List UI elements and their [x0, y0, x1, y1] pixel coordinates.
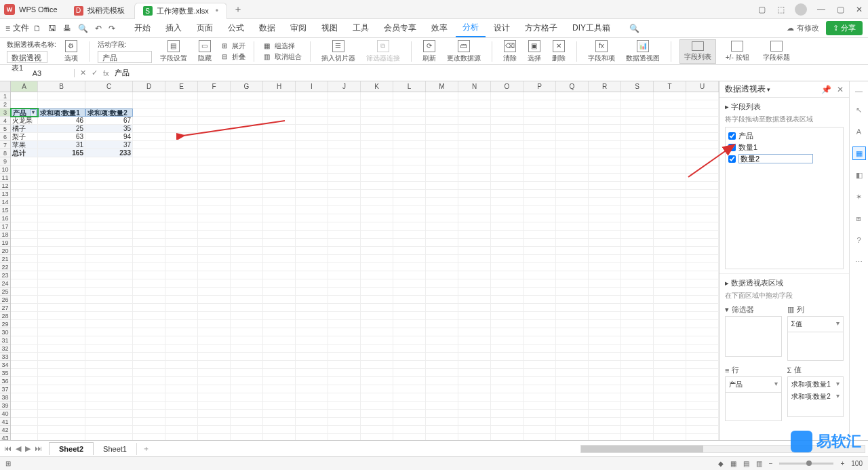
insert-slicer-button[interactable]: ☰ 插入切片器 — [319, 39, 358, 64]
values-drop-area[interactable]: 求和项:数量1▾ 求和项:数量2▾ — [787, 376, 844, 417]
menu-review[interactable]: 审阅 — [283, 20, 313, 37]
select-tool-icon[interactable]: ↖ — [852, 103, 866, 117]
filter-drop-area[interactable] — [725, 316, 782, 357]
menu-member[interactable]: 会员专享 — [377, 20, 423, 37]
chevron-down-icon[interactable]: ▾ — [836, 392, 840, 402]
group-select-button[interactable]: ▦组选择 — [262, 41, 302, 51]
pivot-tool-icon[interactable]: ▦ — [852, 146, 866, 160]
menu-analyze[interactable]: 分析 — [456, 19, 486, 37]
chevron-down-icon[interactable]: ▾ — [836, 319, 840, 329]
area-item[interactable]: 求和项:数量1▾ — [789, 378, 842, 391]
close-icon[interactable]: • — [216, 6, 218, 16]
print-icon[interactable]: 🖶 — [63, 24, 71, 33]
props-tool-icon[interactable]: ◧ — [852, 168, 866, 182]
cells-area[interactable]: 产品求和项:数量1求和项:数量2火龙果4667橘子2535梨子6394苹果313… — [11, 92, 719, 440]
share-button[interactable]: ⇪ 分享 — [826, 21, 863, 35]
stats-icon[interactable]: ◆ — [718, 460, 724, 467]
undo-icon[interactable]: ↶ — [95, 24, 102, 33]
delete-button[interactable]: ✕ 删除 — [549, 39, 568, 64]
check-icon[interactable]: ✓ — [92, 68, 98, 77]
changes-chip[interactable]: ☁有修改 — [787, 23, 819, 33]
zoom-in-icon[interactable]: + — [840, 460, 844, 467]
field-settings-button[interactable]: ▤ 字段设置 — [157, 39, 190, 64]
menu-insert[interactable]: 插入 — [159, 20, 189, 37]
collapse-panel-icon[interactable]: — — [855, 87, 863, 95]
menu-page[interactable]: 页面 — [190, 20, 220, 37]
plusminus-toggle[interactable]: +/- 按钮 — [722, 39, 753, 64]
window-app-icon[interactable]: ▢ — [757, 5, 766, 14]
box-icon[interactable]: ⬚ — [776, 5, 785, 14]
avatar[interactable] — [795, 3, 807, 16]
collapse-button[interactable]: ⊟折叠 — [220, 52, 245, 62]
file-menu[interactable]: ≡ 文件 — [5, 22, 29, 34]
area-item[interactable]: 产品▾ — [727, 378, 780, 391]
sheet-tab-sheet2[interactable]: Sheet2 — [49, 442, 94, 455]
zoom-value[interactable]: 100 — [851, 460, 863, 467]
menu-diy[interactable]: DIY工具箱 — [566, 20, 617, 37]
field-edit-input[interactable] — [738, 154, 813, 163]
close-icon[interactable]: ✕ — [854, 5, 864, 14]
select-button[interactable]: ▣ 选择 — [525, 39, 544, 64]
select-all-corner[interactable] — [0, 81, 11, 92]
name-box[interactable]: A3 — [0, 69, 75, 77]
field-product[interactable]: 产品 — [728, 130, 840, 142]
style-tool-icon[interactable]: A — [852, 125, 866, 138]
help-tool-icon[interactable]: ? — [852, 233, 866, 247]
close-icon[interactable]: ✕ — [837, 85, 844, 94]
columns-drop-area[interactable]: Σ值▾ — [787, 316, 844, 332]
sheet-prev-icon[interactable]: ◀ — [14, 444, 22, 453]
menu-eff[interactable]: 效率 — [425, 20, 454, 37]
field-list-box[interactable]: 产品 数量1 — [725, 127, 844, 269]
menu-design[interactable]: 设计 — [487, 20, 517, 37]
expand-button[interactable]: ⊞展开 — [220, 41, 245, 51]
menu-data[interactable]: 数据 — [252, 20, 282, 37]
refresh-button[interactable]: ⟳ 刷新 — [420, 39, 439, 64]
field-qty2[interactable] — [728, 153, 840, 164]
sheet-tab-sheet1[interactable]: Sheet1 — [94, 443, 137, 455]
area-item[interactable]: 求和项:数量2▾ — [789, 391, 842, 403]
field-qty1[interactable]: 数量1 — [728, 142, 840, 153]
checkbox[interactable] — [728, 155, 736, 163]
settings-tool-icon[interactable]: ✶ — [852, 190, 866, 203]
tab-template[interactable]: D 找稻壳模板 — [66, 3, 133, 19]
zoom-slider[interactable] — [779, 463, 833, 465]
checkbox[interactable] — [728, 144, 736, 151]
backup-tool-icon[interactable]: 🗉 — [852, 212, 866, 225]
options-button[interactable]: ⚙ 选项 — [62, 39, 81, 64]
more-icon[interactable]: ⋯ — [852, 255, 866, 269]
chevron-down-icon[interactable]: ▾ — [836, 380, 840, 389]
maximize-icon[interactable]: ▢ — [835, 5, 845, 14]
redo-icon[interactable]: ↷ — [108, 24, 115, 33]
checkbox[interactable] — [728, 132, 736, 140]
sheet-first-icon[interactable]: ⏮ — [3, 444, 13, 453]
view-normal-icon[interactable]: ▦ — [730, 460, 736, 467]
field-title-toggle[interactable]: 字段标题 — [759, 39, 794, 64]
view-break-icon[interactable]: ▥ — [756, 460, 762, 467]
rows-drop-area[interactable]: 产品▾ — [725, 376, 782, 393]
preview-icon[interactable]: 🔍 — [78, 24, 88, 33]
hide-button[interactable]: ▭ 隐藏 — [195, 39, 214, 64]
sheet-last-icon[interactable]: ⏭ — [33, 444, 43, 453]
sheet-next-icon[interactable]: ▶ — [24, 444, 32, 453]
mode-icon[interactable]: ⊞ — [5, 460, 11, 467]
rows-drop-area-ext[interactable] — [725, 393, 782, 421]
menu-formula[interactable]: 公式 — [221, 20, 251, 37]
minimize-icon[interactable]: — — [816, 5, 826, 14]
pivot-chart-button[interactable]: 📊 数据透视图 — [623, 39, 663, 64]
change-source-button[interactable]: 🗃 更改数据源 — [444, 39, 484, 64]
clear-button[interactable]: ⌫ 清除 — [500, 39, 519, 64]
field-list-toggle[interactable]: 字段列表 — [679, 39, 716, 64]
spreadsheet[interactable]: ABCDEFGHIJKLMNOPQRSTU 123456789101112131… — [0, 81, 719, 440]
tab-add-button[interactable]: ＋ — [231, 3, 245, 16]
menu-view[interactable]: 视图 — [315, 20, 344, 37]
save-icon[interactable]: 🖫 — [48, 24, 56, 33]
zoom-out-icon[interactable]: − — [769, 460, 773, 467]
menu-tools[interactable]: 工具 — [346, 20, 376, 37]
columns-drop-area-ext[interactable] — [787, 332, 844, 361]
new-icon[interactable]: 🗋 — [33, 24, 41, 33]
calc-field-button[interactable]: fx 字段和项 — [585, 39, 618, 64]
ungroup-button[interactable]: ▥取消组合 — [262, 52, 302, 62]
area-item[interactable]: Σ值▾ — [789, 318, 842, 330]
pin-icon[interactable]: 📌 — [821, 85, 831, 94]
tab-workbook[interactable]: S 工作簿数量.xlsx • — [134, 3, 227, 19]
